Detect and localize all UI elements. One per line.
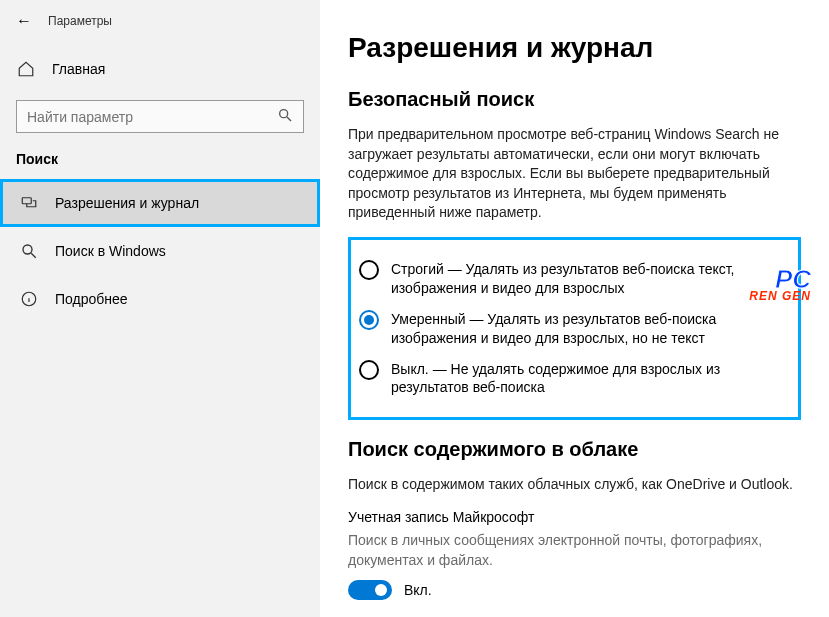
- svg-line-4: [31, 253, 36, 258]
- safesearch-description: При предварительном просмотре веб-страни…: [348, 125, 801, 223]
- radio-icon: [359, 310, 379, 330]
- nav-item-label: Разрешения и журнал: [55, 195, 199, 211]
- section-label: Поиск: [0, 151, 320, 179]
- titlebar: ← Параметры: [0, 12, 320, 50]
- ms-account-label: Учетная запись Майкрософт: [348, 509, 801, 525]
- safesearch-heading: Безопасный поиск: [348, 88, 801, 111]
- ms-account-toggle[interactable]: [348, 580, 392, 600]
- radio-icon: [359, 260, 379, 280]
- radio-label: Выкл. — Не удалять содержимое для взросл…: [391, 360, 784, 398]
- info-icon: [19, 290, 39, 308]
- svg-point-3: [23, 245, 32, 254]
- cloud-heading: Поиск содержимого в облаке: [348, 438, 801, 461]
- content-area: Разрешения и журнал Безопасный поиск При…: [320, 0, 829, 617]
- home-label: Главная: [52, 61, 105, 77]
- svg-rect-2: [22, 198, 31, 204]
- radio-label: Умеренный — Удалять из результатов веб-п…: [391, 310, 784, 348]
- ms-account-toggle-row: Вкл.: [348, 580, 801, 600]
- radio-strict[interactable]: Строгий — Удалять из результатов веб-пои…: [355, 254, 788, 304]
- nav-item-permissions[interactable]: Разрешения и журнал: [0, 179, 320, 227]
- cloud-description: Поиск в содержимом таких облачных служб,…: [348, 475, 801, 495]
- window-title: Параметры: [48, 14, 112, 28]
- nav-item-windows-search[interactable]: Поиск в Windows: [0, 227, 320, 275]
- svg-point-0: [280, 110, 288, 118]
- search-icon: [277, 107, 293, 126]
- search-input-container[interactable]: [16, 100, 304, 133]
- search-nav-icon: [19, 242, 39, 260]
- radio-icon: [359, 360, 379, 380]
- toggle-label: Вкл.: [404, 582, 432, 598]
- sidebar: ← Параметры Главная Поиск Разрешения и ж…: [0, 0, 320, 617]
- nav-item-more[interactable]: Подробнее: [0, 275, 320, 323]
- radio-off[interactable]: Выкл. — Не удалять содержимое для взросл…: [355, 354, 788, 404]
- ms-account-description: Поиск в личных сообщениях электронной по…: [348, 531, 801, 570]
- back-arrow-icon[interactable]: ←: [16, 12, 32, 30]
- toggle-knob-icon: [375, 584, 387, 596]
- home-button[interactable]: Главная: [0, 50, 320, 88]
- nav-item-label: Подробнее: [55, 291, 128, 307]
- search-input[interactable]: [27, 109, 277, 125]
- nav-item-label: Поиск в Windows: [55, 243, 166, 259]
- permissions-icon: [19, 194, 39, 212]
- home-icon: [16, 60, 36, 78]
- radio-label: Строгий — Удалять из результатов веб-пои…: [391, 260, 784, 298]
- svg-line-1: [287, 117, 291, 121]
- safesearch-radio-group: Строгий — Удалять из результатов веб-пои…: [348, 237, 801, 420]
- radio-moderate[interactable]: Умеренный — Удалять из результатов веб-п…: [355, 304, 788, 354]
- page-heading: Разрешения и журнал: [348, 32, 801, 64]
